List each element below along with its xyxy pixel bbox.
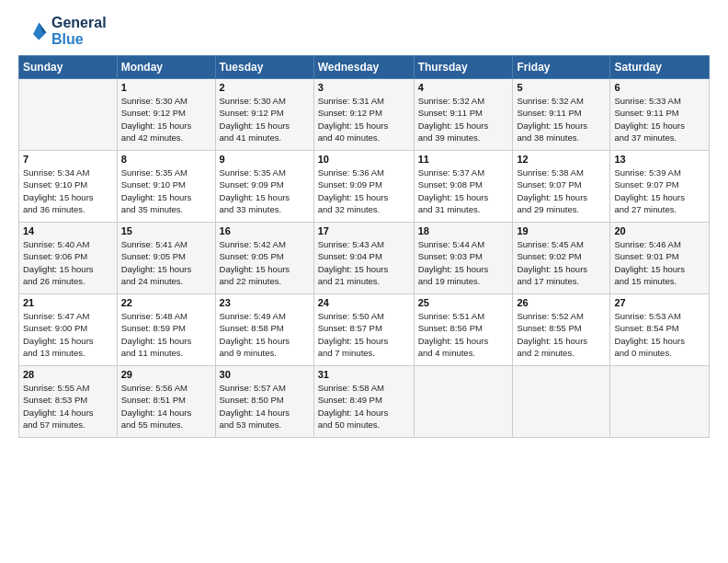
day-cell	[19, 79, 118, 151]
day-number: 6	[614, 82, 705, 93]
day-cell: 13Sunrise: 5:39 AM Sunset: 9:07 PM Dayli…	[610, 151, 710, 223]
logo-icon	[18, 17, 48, 46]
day-content: Sunrise: 5:58 AM Sunset: 8:49 PM Dayligh…	[318, 382, 410, 431]
day-content: Sunrise: 5:56 AM Sunset: 8:51 PM Dayligh…	[121, 382, 211, 431]
header-thursday: Thursday	[414, 56, 513, 79]
day-content: Sunrise: 5:50 AM Sunset: 8:57 PM Dayligh…	[318, 310, 410, 359]
day-content: Sunrise: 5:30 AM Sunset: 9:12 PM Dayligh…	[220, 95, 310, 144]
day-cell: 15Sunrise: 5:41 AM Sunset: 9:05 PM Dayli…	[117, 223, 215, 294]
day-cell: 30Sunrise: 5:57 AM Sunset: 8:50 PM Dayli…	[215, 366, 313, 438]
header-row: SundayMondayTuesdayWednesdayThursdayFrid…	[19, 56, 710, 79]
day-content: Sunrise: 5:38 AM Sunset: 9:07 PM Dayligh…	[517, 167, 606, 215]
day-cell: 10Sunrise: 5:36 AM Sunset: 9:09 PM Dayli…	[313, 151, 414, 223]
day-cell: 20Sunrise: 5:46 AM Sunset: 9:01 PM Dayli…	[610, 223, 710, 294]
day-number: 11	[418, 154, 509, 165]
day-content: Sunrise: 5:32 AM Sunset: 9:11 PM Dayligh…	[418, 95, 509, 144]
day-content: Sunrise: 5:40 AM Sunset: 9:06 PM Dayligh…	[23, 238, 113, 287]
day-content: Sunrise: 5:45 AM Sunset: 9:02 PM Dayligh…	[517, 238, 606, 287]
day-cell: 29Sunrise: 5:56 AM Sunset: 8:51 PM Dayli…	[117, 366, 215, 438]
day-cell: 18Sunrise: 5:44 AM Sunset: 9:03 PM Dayli…	[414, 223, 513, 294]
day-number: 23	[220, 297, 310, 308]
day-cell: 11Sunrise: 5:37 AM Sunset: 9:08 PM Dayli…	[414, 151, 513, 223]
day-number: 8	[121, 154, 211, 165]
day-content: Sunrise: 5:42 AM Sunset: 9:05 PM Dayligh…	[220, 238, 310, 287]
header-wednesday: Wednesday	[313, 56, 414, 79]
day-cell: 16Sunrise: 5:42 AM Sunset: 9:05 PM Dayli…	[215, 223, 313, 294]
day-number: 9	[220, 154, 310, 165]
day-content: Sunrise: 5:47 AM Sunset: 9:00 PM Dayligh…	[23, 310, 113, 359]
day-number: 4	[418, 82, 509, 93]
day-number: 18	[418, 225, 509, 236]
header-saturday: Saturday	[610, 56, 710, 79]
day-number: 13	[614, 154, 705, 165]
day-number: 21	[23, 297, 113, 308]
day-cell: 28Sunrise: 5:55 AM Sunset: 8:53 PM Dayli…	[19, 366, 118, 438]
week-row-2: 14Sunrise: 5:40 AM Sunset: 9:06 PM Dayli…	[19, 223, 710, 294]
calendar-page: General Blue SundayMondayTuesdayWednesda…	[0, 0, 728, 563]
day-number: 12	[517, 154, 606, 165]
header-tuesday: Tuesday	[215, 56, 313, 79]
day-cell: 17Sunrise: 5:43 AM Sunset: 9:04 PM Dayli…	[313, 223, 414, 294]
day-number: 17	[318, 225, 410, 236]
day-content: Sunrise: 5:37 AM Sunset: 9:08 PM Dayligh…	[418, 167, 509, 215]
day-number: 5	[517, 82, 606, 93]
header: General Blue	[18, 15, 710, 48]
day-content: Sunrise: 5:32 AM Sunset: 9:11 PM Dayligh…	[517, 95, 606, 144]
day-number: 25	[418, 297, 509, 308]
day-content: Sunrise: 5:36 AM Sunset: 9:09 PM Dayligh…	[318, 167, 410, 215]
day-cell: 22Sunrise: 5:48 AM Sunset: 8:59 PM Dayli…	[117, 294, 215, 366]
day-cell: 5Sunrise: 5:32 AM Sunset: 9:11 PM Daylig…	[513, 79, 610, 151]
week-row-0: 1Sunrise: 5:30 AM Sunset: 9:12 PM Daylig…	[19, 79, 710, 151]
day-content: Sunrise: 5:39 AM Sunset: 9:07 PM Dayligh…	[614, 167, 705, 215]
day-cell: 19Sunrise: 5:45 AM Sunset: 9:02 PM Dayli…	[513, 223, 610, 294]
day-cell: 8Sunrise: 5:35 AM Sunset: 9:10 PM Daylig…	[117, 151, 215, 223]
day-cell: 1Sunrise: 5:30 AM Sunset: 9:12 PM Daylig…	[117, 79, 215, 151]
day-cell	[513, 366, 610, 438]
day-number: 10	[318, 154, 410, 165]
week-row-3: 21Sunrise: 5:47 AM Sunset: 9:00 PM Dayli…	[19, 294, 710, 366]
day-content: Sunrise: 5:52 AM Sunset: 8:55 PM Dayligh…	[517, 310, 606, 359]
day-number: 15	[121, 225, 211, 236]
day-content: Sunrise: 5:53 AM Sunset: 8:54 PM Dayligh…	[614, 310, 705, 359]
day-content: Sunrise: 5:44 AM Sunset: 9:03 PM Dayligh…	[418, 238, 509, 287]
day-content: Sunrise: 5:35 AM Sunset: 9:09 PM Dayligh…	[220, 167, 310, 215]
day-number: 19	[517, 225, 606, 236]
day-cell: 14Sunrise: 5:40 AM Sunset: 9:06 PM Dayli…	[19, 223, 118, 294]
day-content: Sunrise: 5:48 AM Sunset: 8:59 PM Dayligh…	[121, 310, 211, 359]
day-number: 27	[614, 297, 705, 308]
day-number: 31	[318, 369, 410, 380]
week-row-1: 7Sunrise: 5:34 AM Sunset: 9:10 PM Daylig…	[19, 151, 710, 223]
day-cell: 2Sunrise: 5:30 AM Sunset: 9:12 PM Daylig…	[215, 79, 313, 151]
day-cell: 27Sunrise: 5:53 AM Sunset: 8:54 PM Dayli…	[610, 294, 710, 366]
day-content: Sunrise: 5:34 AM Sunset: 9:10 PM Dayligh…	[23, 167, 113, 215]
day-cell: 4Sunrise: 5:32 AM Sunset: 9:11 PM Daylig…	[414, 79, 513, 151]
day-content: Sunrise: 5:35 AM Sunset: 9:10 PM Dayligh…	[121, 167, 211, 215]
day-content: Sunrise: 5:57 AM Sunset: 8:50 PM Dayligh…	[220, 382, 310, 431]
day-content: Sunrise: 5:51 AM Sunset: 8:56 PM Dayligh…	[418, 310, 509, 359]
day-content: Sunrise: 5:46 AM Sunset: 9:01 PM Dayligh…	[614, 238, 705, 287]
day-cell	[414, 366, 513, 438]
day-content: Sunrise: 5:33 AM Sunset: 9:11 PM Dayligh…	[614, 95, 705, 144]
day-cell: 25Sunrise: 5:51 AM Sunset: 8:56 PM Dayli…	[414, 294, 513, 366]
header-friday: Friday	[513, 56, 610, 79]
logo: General Blue	[18, 15, 107, 48]
header-sunday: Sunday	[19, 56, 118, 79]
day-number: 22	[121, 297, 211, 308]
day-number: 16	[220, 225, 310, 236]
day-cell: 21Sunrise: 5:47 AM Sunset: 9:00 PM Dayli…	[19, 294, 118, 366]
day-cell: 26Sunrise: 5:52 AM Sunset: 8:55 PM Dayli…	[513, 294, 610, 366]
day-cell: 7Sunrise: 5:34 AM Sunset: 9:10 PM Daylig…	[19, 151, 118, 223]
day-number: 2	[220, 82, 310, 93]
header-monday: Monday	[117, 56, 215, 79]
day-number: 1	[121, 82, 211, 93]
day-number: 26	[517, 297, 606, 308]
day-cell: 3Sunrise: 5:31 AM Sunset: 9:12 PM Daylig…	[313, 79, 414, 151]
day-content: Sunrise: 5:49 AM Sunset: 8:58 PM Dayligh…	[220, 310, 310, 359]
day-content: Sunrise: 5:55 AM Sunset: 8:53 PM Dayligh…	[23, 382, 113, 431]
day-cell: 31Sunrise: 5:58 AM Sunset: 8:49 PM Dayli…	[313, 366, 414, 438]
day-cell: 12Sunrise: 5:38 AM Sunset: 9:07 PM Dayli…	[513, 151, 610, 223]
day-content: Sunrise: 5:41 AM Sunset: 9:05 PM Dayligh…	[121, 238, 211, 287]
day-number: 28	[23, 369, 113, 380]
day-number: 29	[121, 369, 211, 380]
day-number: 30	[220, 369, 310, 380]
